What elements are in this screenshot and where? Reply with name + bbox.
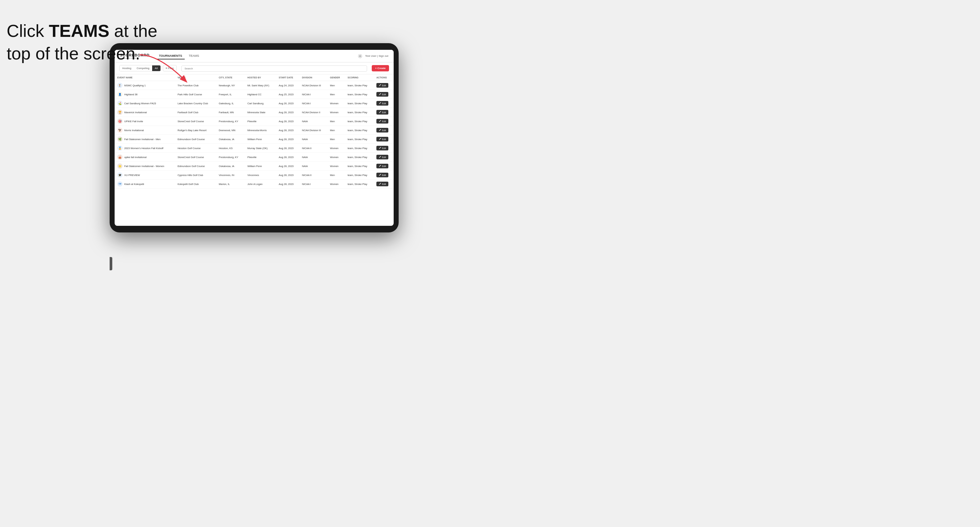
venue-4: StoneCrest Golf Course	[175, 117, 216, 126]
col-hosted-by: HOSTED BY	[245, 75, 276, 81]
team-icon-2: ⛳	[117, 101, 123, 106]
all-btn[interactable]: All	[152, 65, 161, 71]
edit-btn-8[interactable]: Edit	[376, 155, 388, 159]
scoring-5: team, Stroke Play	[345, 126, 374, 135]
team-icon-6: 🌿	[117, 137, 123, 142]
venue-6: Edmundson Golf Course	[175, 135, 216, 144]
gender-7: Women	[327, 144, 345, 153]
actions-3: Edit	[374, 108, 394, 117]
gender-4: Men	[327, 117, 345, 126]
table-row: 🎯 UPIKE Fall Invite StoneCrest Golf Cour…	[115, 117, 394, 126]
edit-btn-2[interactable]: Edit	[376, 101, 388, 106]
city-10: Vincennes, IN	[216, 171, 245, 179]
event-name-1: Highland 36	[124, 93, 138, 96]
actions-11: Edit	[374, 179, 394, 189]
edit-btn-7[interactable]: Edit	[376, 146, 388, 151]
division-10: NICAA II	[299, 171, 327, 179]
venue-8: StoneCrest Golf Course	[175, 153, 216, 162]
actions-0: Edit	[374, 81, 394, 90]
actions-7: Edit	[374, 144, 394, 153]
division-5: NCAA Division III	[299, 126, 327, 135]
table-row: 🎓 VU PREVIEW Cypress Hills Golf Club Vin…	[115, 171, 394, 179]
hostedby-5: Minnesota-Morris	[245, 126, 276, 135]
table-row: 🏌 MSMC Qualifying 1 The Powelton Club Ne…	[115, 81, 394, 90]
event-name-0: MSMC Qualifying 1	[124, 84, 146, 87]
division-6: NAIA	[299, 135, 327, 144]
venue-0: The Powelton Club	[175, 81, 216, 90]
edit-btn-5[interactable]: Edit	[376, 128, 388, 132]
hosting-btn[interactable]: Hosting	[119, 65, 134, 71]
event-name-cell-5: 🦅 Morris Invitational	[115, 126, 175, 135]
filter-advanced-btn[interactable]: ≡ Filter	[163, 65, 177, 71]
create-btn[interactable]: + Create	[372, 65, 389, 71]
scoring-6: team, Stroke Play	[345, 135, 374, 144]
edit-btn-10[interactable]: Edit	[376, 173, 388, 177]
hostedby-11: John A Logan	[245, 179, 276, 189]
division-3: NCAA Division II	[299, 108, 327, 117]
division-7: NICAA II	[299, 144, 327, 153]
tab-tournaments[interactable]: TOURNAMENTS	[156, 53, 185, 59]
edit-btn-11[interactable]: Edit	[376, 182, 388, 186]
gender-5: Men	[327, 126, 345, 135]
hostedby-4: Pikeville	[245, 117, 276, 126]
edit-btn-1[interactable]: Edit	[376, 92, 388, 97]
gear-icon[interactable]	[358, 54, 363, 59]
division-11: NICAA I	[299, 179, 327, 189]
actions-9: Edit	[374, 162, 394, 171]
gender-0: Men	[327, 81, 345, 90]
actions-4: Edit	[374, 117, 394, 126]
city-3: Faribault, MN	[216, 108, 245, 117]
edit-btn-0[interactable]: Edit	[376, 83, 388, 88]
team-icon-5: 🦅	[117, 127, 123, 133]
city-7: Hesston, KS	[216, 144, 245, 153]
event-name-cell-8: 🎪 upike fall invitational	[115, 153, 175, 162]
team-icon-4: 🎯	[117, 119, 123, 124]
event-name-cell-2: ⛳ Carl Sandburg Women FA23	[115, 99, 175, 108]
team-icon-7: 🏅	[117, 146, 123, 151]
event-name-cell-7: 🏅 2023 Women's Hesston Fall Kickoff	[115, 144, 175, 153]
search-input[interactable]	[181, 65, 367, 72]
event-name-5: Morris Invitational	[124, 129, 144, 132]
col-scoring: SCORING	[345, 75, 374, 81]
filter-btn-group: Hosting Competing All	[119, 65, 161, 71]
event-name-2: Carl Sandburg Women FA23	[124, 102, 156, 105]
startdate-4: Aug 28, 2023	[276, 117, 299, 126]
col-gender: GENDER	[327, 75, 345, 81]
actions-8: Edit	[374, 153, 394, 162]
edit-btn-3[interactable]: Edit	[376, 110, 388, 114]
table-row: 🎪 upike fall invitational StoneCrest Gol…	[115, 153, 394, 162]
nav-tabs: TOURNAMENTS TEAMS	[156, 53, 202, 59]
team-icon-3: 🏆	[117, 110, 123, 115]
edit-btn-9[interactable]: Edit	[376, 164, 388, 168]
edit-btn-4[interactable]: Edit	[376, 119, 388, 124]
team-icon-10: 🎓	[117, 172, 123, 178]
actions-1: Edit	[374, 90, 394, 99]
hostedby-6: William Penn	[245, 135, 276, 144]
event-name-11: Klash at Kokopelli	[124, 183, 144, 186]
startdate-10: Aug 28, 2023	[276, 171, 299, 179]
gender-2: Women	[327, 99, 345, 108]
gender-8: Women	[327, 153, 345, 162]
event-name-7: 2023 Women's Hesston Fall Kickoff	[124, 147, 164, 150]
team-icon-11: 🗺	[117, 181, 123, 187]
tournaments-table: EVENT NAME VENUE CITY, STATE HOSTED BY S…	[115, 75, 394, 189]
actions-5: Edit	[374, 126, 394, 135]
side-tab	[110, 257, 112, 270]
event-name-cell-1: 👤 Highland 36	[115, 90, 175, 99]
tab-teams[interactable]: TEAMS	[186, 53, 202, 59]
competing-btn[interactable]: Competing	[134, 65, 152, 71]
edit-btn-6[interactable]: Edit	[376, 137, 388, 141]
col-division: DIVISION	[299, 75, 327, 81]
startdate-1: Aug 25, 2023	[276, 90, 299, 99]
city-2: Galesburg, IL	[216, 99, 245, 108]
col-start-date: START DATE	[276, 75, 299, 81]
event-name-6: Fall Statesmen Invitational - Men	[124, 138, 161, 141]
signout-link[interactable]: Sign out	[379, 54, 388, 57]
gender-10: Men	[327, 171, 345, 179]
gender-11: Women	[327, 179, 345, 189]
city-0: Newburgh, NY	[216, 81, 245, 90]
city-1: Freeport, IL	[216, 90, 245, 99]
startdate-7: Aug 28, 2023	[276, 144, 299, 153]
scoring-11: team, Stroke Play	[345, 179, 374, 189]
event-name-cell-4: 🎯 UPIKE Fall Invite	[115, 117, 175, 126]
